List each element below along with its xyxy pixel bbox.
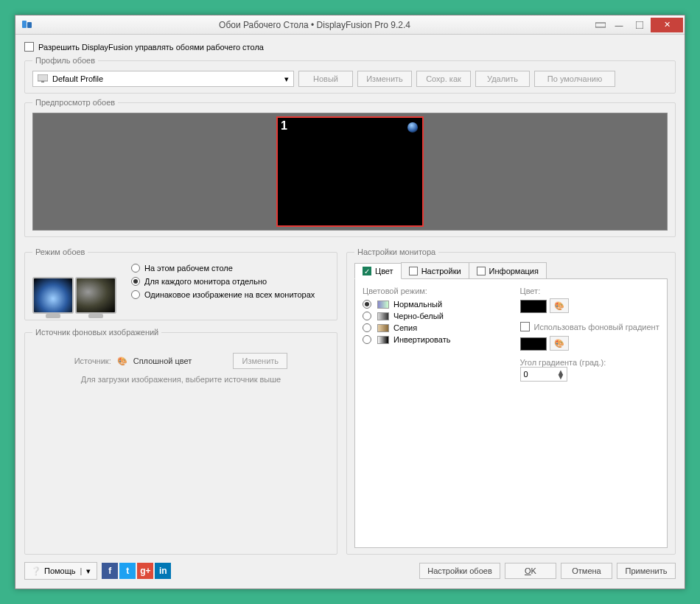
thumb-icon: [377, 312, 389, 320]
chevron-down-icon: ▾: [284, 74, 289, 84]
use-gradient-checkbox[interactable]: Использовать фоновый градиент: [520, 322, 659, 331]
footer: ❔ Помощь |▾ f t g+ in Настройки обоев OO…: [24, 555, 676, 580]
color-swatch-1[interactable]: [520, 300, 547, 313]
help-button[interactable]: ❔ Помощь |▾: [24, 562, 97, 580]
cancel-button[interactable]: Отмена: [561, 563, 612, 579]
preview-legend: Предпросмотр обоев: [32, 98, 118, 107]
svg-rect-5: [41, 81, 44, 82]
thumb-icon: [377, 324, 389, 332]
colormode-normal-radio[interactable]: Нормальный: [363, 300, 503, 309]
color-label: Цвет:: [520, 287, 660, 295]
window-title: Обои Рабочего Стола • DisplayFusion Pro …: [36, 20, 593, 30]
allow-manage-label: Разрешить DisplayFusion управлять обоями…: [38, 43, 264, 52]
spinner-arrows-icon[interactable]: ▲▼: [557, 370, 565, 379]
source-fieldset: Источник фоновых изображений Источник: 🎨…: [24, 328, 337, 555]
help-icon: ❔: [31, 566, 41, 576]
svg-rect-1: [27, 22, 32, 28]
mode-thisdesktop-radio[interactable]: На этом рабочем столе: [131, 264, 315, 273]
facebook-icon[interactable]: f: [102, 563, 118, 579]
tab-body: Цветовой режим: Нормальный Черно-белый С…: [354, 279, 668, 548]
tab-info[interactable]: Информация: [469, 262, 547, 278]
profile-legend: Профиль обоев: [32, 56, 98, 65]
tab-color[interactable]: ✓Цвет: [354, 263, 402, 279]
palette-icon: 🎨: [117, 357, 127, 366]
mode-legend: Режим обоев: [32, 247, 88, 256]
monitor-preview-1[interactable]: 1: [276, 116, 424, 227]
profile-fieldset: Профиль обоев Default Profile ▾ Новый Из…: [24, 56, 676, 94]
ok-button[interactable]: OOKK: [505, 563, 556, 579]
app-icon: [18, 18, 36, 32]
color-swatch-2[interactable]: [520, 337, 547, 351]
monitor-settings-fieldset: Настройки монитора ✓Цвет Настройки Инфор…: [346, 247, 676, 555]
color-mode-label: Цветовой режим:: [363, 287, 503, 295]
app-window: Обои Рабочего Стола • DisplayFusion Pro …: [15, 15, 685, 589]
googleplus-icon[interactable]: g+: [137, 563, 153, 579]
gradient-angle-label: Угол градиента (град.):: [520, 358, 660, 367]
source-change-button[interactable]: Изменить: [233, 353, 287, 369]
profile-new-button[interactable]: Новый: [298, 71, 353, 87]
apply-button[interactable]: Применить: [617, 563, 676, 579]
monitor-number: 1: [281, 119, 287, 133]
profile-dropdown[interactable]: Default Profile ▾: [32, 71, 294, 87]
globe-icon: [407, 122, 418, 133]
chevron-down-icon: ▾: [86, 566, 91, 576]
gradient-angle-value: 0: [524, 370, 528, 379]
mode-same-radio[interactable]: Одинаковое изображение на всех мониторах: [131, 290, 315, 299]
allow-manage-checkbox[interactable]: Разрешить DisplayFusion управлять обоями…: [24, 42, 676, 52]
minimize-button[interactable]: —: [609, 18, 629, 32]
monitor-settings-legend: Настройки монитора: [354, 247, 438, 256]
monitor-icon: [38, 74, 48, 83]
thumb-icon: [377, 301, 389, 309]
profile-default-button[interactable]: По умолчанию: [534, 71, 615, 87]
colormode-invert-radio[interactable]: Инвертировать: [363, 335, 503, 344]
colormode-bw-radio[interactable]: Черно-белый: [363, 312, 503, 320]
gradient-angle-spinner[interactable]: 0 ▲▼: [520, 367, 567, 382]
social-links: f t g+ in: [102, 563, 171, 579]
pick-color-button-1[interactable]: 🎨: [550, 298, 569, 313]
twitter-icon[interactable]: t: [119, 563, 136, 579]
maximize-button[interactable]: [630, 18, 649, 32]
svg-rect-4: [38, 74, 48, 81]
mode-permonitor-radio[interactable]: Для каждого монитора отдельно: [131, 277, 315, 286]
wallpaper-settings-button[interactable]: Настройки обоев: [419, 563, 500, 579]
mode-fieldset: Режим обоев На этом рабочем столе Для ка…: [24, 247, 337, 320]
source-hint: Для загрузки изображения, выберите источ…: [81, 375, 281, 384]
tab-settings[interactable]: Настройки: [401, 262, 469, 278]
dual-monitor-icon: [32, 262, 121, 314]
close-button[interactable]: ✕: [651, 18, 683, 32]
svg-rect-0: [22, 21, 27, 28]
profile-name: Default Profile: [52, 74, 103, 83]
window-extra-button[interactable]: [593, 18, 608, 32]
source-label: Источник:: [74, 357, 111, 365]
svg-rect-3: [636, 21, 643, 29]
linkedin-icon[interactable]: in: [155, 563, 171, 579]
svg-rect-2: [595, 23, 606, 27]
checkbox-icon: [24, 42, 34, 52]
profile-delete-button[interactable]: Удалить: [475, 71, 530, 87]
thumb-icon: [377, 336, 389, 344]
preview-area[interactable]: 1: [32, 113, 668, 231]
tabs: ✓Цвет Настройки Информация: [354, 262, 668, 279]
profile-saveas-button[interactable]: Сохр. как: [416, 71, 471, 87]
colormode-sepia-radio[interactable]: Сепия: [363, 323, 503, 332]
titlebar: Обои Рабочего Стола • DisplayFusion Pro …: [15, 15, 685, 35]
profile-edit-button[interactable]: Изменить: [357, 71, 412, 87]
client-area: Разрешить DisplayFusion управлять обоями…: [15, 35, 685, 589]
source-legend: Источник фоновых изображений: [32, 328, 161, 337]
source-name: Сплошной цвет: [133, 357, 192, 365]
preview-fieldset: Предпросмотр обоев 1: [24, 98, 676, 237]
pick-color-button-2[interactable]: 🎨: [550, 336, 569, 351]
